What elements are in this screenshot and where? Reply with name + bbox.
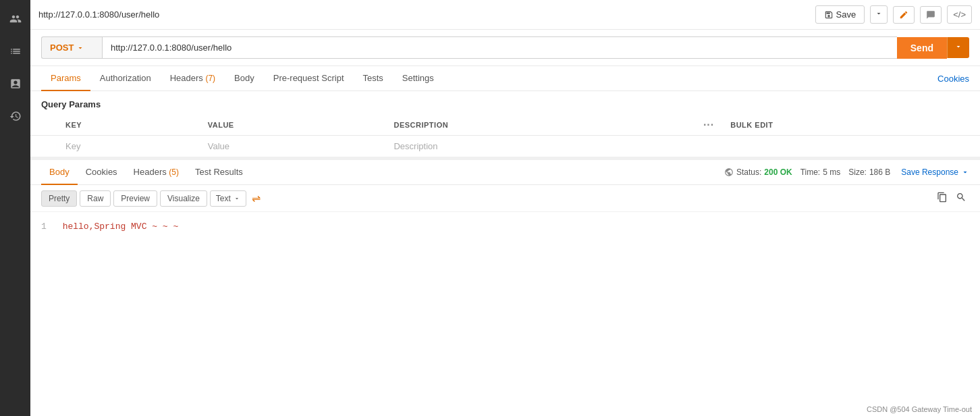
top-bar: http://127.0.0.1:8080/user/hello Save </… xyxy=(30,0,980,30)
query-params-section: Query Params KEY VALUE DESCRIPTION ··· B… xyxy=(30,91,980,157)
response-tab-testresults[interactable]: Test Results xyxy=(187,160,251,185)
response-tab-cookies[interactable]: Cookies xyxy=(78,160,126,185)
save-button[interactable]: Save xyxy=(815,5,865,24)
more-cell xyxy=(695,136,722,157)
checkbox-col-header xyxy=(30,115,57,136)
response-text: hello,Spring MVC ~ ~ ~ xyxy=(63,222,179,232)
tab-params[interactable]: Params xyxy=(41,66,90,91)
time-label: Time: xyxy=(800,167,821,177)
tab-prerequest[interactable]: Pre-request Script xyxy=(264,66,354,91)
format-raw-button[interactable]: Raw xyxy=(80,190,111,207)
save-response-link[interactable]: Save Response xyxy=(901,167,958,177)
response-tabs-bar: Body Cookies Headers (5) Test Results St… xyxy=(30,160,980,185)
method-value: POST xyxy=(50,43,74,53)
description-placeholder: Description xyxy=(393,141,437,151)
key-placeholder: Key xyxy=(65,141,80,151)
tab-headers[interactable]: Headers (7) xyxy=(161,66,225,91)
bulk-edit-cell xyxy=(722,136,980,157)
search-button[interactable] xyxy=(953,189,969,207)
format-bar: Pretty Raw Preview Visualize Text ⇌ xyxy=(30,185,980,212)
time-value: 5 ms xyxy=(823,167,840,177)
response-tab-headers[interactable]: Headers (5) xyxy=(126,160,187,185)
method-select[interactable]: POST xyxy=(41,36,102,59)
analytics-icon[interactable] xyxy=(5,73,26,95)
value-cell[interactable]: Value xyxy=(200,136,386,157)
users-icon[interactable] xyxy=(5,8,26,30)
status-value: 200 OK xyxy=(764,167,792,177)
bulk-edit-header[interactable]: Bulk Edit xyxy=(722,115,980,136)
size-label: Size: xyxy=(848,167,867,177)
code-label: </> xyxy=(953,9,966,20)
tab-authorization[interactable]: Authorization xyxy=(90,66,161,91)
url-input[interactable] xyxy=(102,36,897,59)
send-dropdown-button[interactable] xyxy=(947,37,969,58)
request-tabs-bar: Params Authorization Headers (7) Body Pr… xyxy=(30,66,980,91)
key-col-header: KEY xyxy=(57,115,200,136)
cookies-link[interactable]: Cookies xyxy=(937,74,969,84)
description-col-header: DESCRIPTION xyxy=(385,115,695,136)
main-content: http://127.0.0.1:8080/user/hello Save </… xyxy=(30,0,980,416)
save-dropdown-button[interactable] xyxy=(870,5,888,24)
section-title: Query Params xyxy=(30,91,980,115)
edit-button[interactable] xyxy=(893,6,915,24)
globe-icon xyxy=(724,167,734,177)
save-response-dropdown-icon[interactable] xyxy=(961,168,969,176)
bottom-bar: CSDN @504 Gateway Time-out xyxy=(859,402,980,416)
collection-icon[interactable] xyxy=(5,41,26,62)
status-label: Status: xyxy=(736,167,761,177)
response-headers-badge: (5) xyxy=(169,167,179,177)
value-placeholder: Value xyxy=(208,141,229,151)
table-row: Key Value Description xyxy=(30,136,980,157)
tab-tests[interactable]: Tests xyxy=(354,66,393,91)
history-icon[interactable] xyxy=(5,105,26,127)
bottom-status-text: CSDN @504 Gateway Time-out xyxy=(867,405,972,413)
tab-body[interactable]: Body xyxy=(225,66,264,91)
value-col-header: VALUE xyxy=(200,115,386,136)
response-tab-body[interactable]: Body xyxy=(41,160,78,185)
response-meta: Status: 200 OK Time: 5 ms Size: 186 B Sa… xyxy=(724,167,969,177)
tab-settings[interactable]: Settings xyxy=(393,66,443,91)
more-col-header: ··· xyxy=(695,115,722,136)
row-checkbox xyxy=(30,136,57,157)
top-actions: Save </> xyxy=(815,5,972,24)
wrap-icon[interactable]: ⇌ xyxy=(252,192,261,205)
tab-url: http://127.0.0.1:8080/user/hello xyxy=(38,9,810,20)
response-section: Body Cookies Headers (5) Test Results St… xyxy=(30,157,980,416)
save-label: Save xyxy=(836,9,856,20)
key-cell[interactable]: Key xyxy=(57,136,200,157)
size-value: 186 B xyxy=(869,167,890,177)
text-type-value: Text xyxy=(216,194,231,203)
request-bar: POST Send xyxy=(30,30,980,66)
format-preview-button[interactable]: Preview xyxy=(113,190,157,207)
params-table: KEY VALUE DESCRIPTION ··· Bulk Edit Key … xyxy=(30,115,980,157)
text-type-select[interactable]: Text xyxy=(210,190,246,207)
comment-button[interactable] xyxy=(920,6,942,24)
send-button[interactable]: Send xyxy=(897,37,947,59)
copy-button[interactable] xyxy=(934,189,950,207)
line-number: 1 xyxy=(41,222,47,232)
headers-badge: (7) xyxy=(205,74,215,83)
description-cell[interactable]: Description xyxy=(385,136,695,157)
response-body: 1 hello,Spring MVC ~ ~ ~ xyxy=(30,212,980,242)
format-visualize-button[interactable]: Visualize xyxy=(160,190,207,207)
format-pretty-button[interactable]: Pretty xyxy=(41,190,77,207)
sidebar xyxy=(0,0,30,416)
code-button[interactable]: </> xyxy=(947,5,972,24)
